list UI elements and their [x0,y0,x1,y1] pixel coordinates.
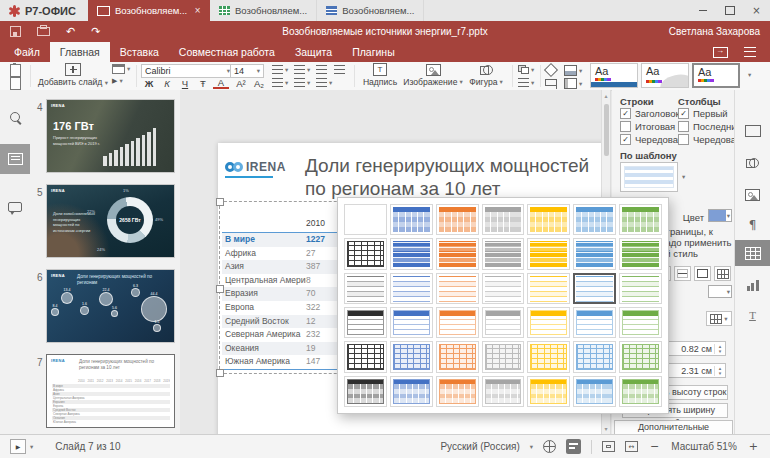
slide-title[interactable]: Доли генерирующих мощностей по регионам … [305,154,597,200]
checkbox-total-row[interactable]: ✓ Итоговая [620,121,675,132]
horizontal-align-button[interactable]: ▾ [272,78,288,87]
start-slideshow-button[interactable]: ▶ ▾ [112,77,123,85]
shape-settings-tab[interactable] [735,150,770,176]
checkbox-header-row[interactable]: ✓ Заголовок [620,108,680,119]
table-style-header_grid-col3[interactable] [482,376,525,407]
italic-button[interactable]: К [159,77,175,89]
line-spacing-button[interactable]: ▾ [316,78,332,87]
table-style-solid-col4[interactable] [527,238,570,269]
table-style-grid-col0[interactable] [344,341,387,372]
table-style-light_lines-col4[interactable] [527,273,570,304]
fit-slide-icon[interactable] [602,441,615,452]
table-style-header_lines-col3[interactable] [482,307,525,338]
table-style-solid-col2[interactable] [436,238,479,269]
table-style-light_lines-col0[interactable] [344,273,387,304]
add-slide-button[interactable]: Добавить слайд ▾ [36,63,110,87]
table-style-solid-col1[interactable] [390,238,433,269]
decrease-indent-button[interactable] [316,65,327,74]
start-slideshow-status-button[interactable]: ▶ [10,439,26,454]
increase-indent-button[interactable] [334,65,345,74]
spinner-down-icon[interactable]: ▾ [719,349,722,354]
table-style-grid-col3[interactable] [482,341,525,372]
chart-settings-tab[interactable] [735,272,770,298]
zoom-level[interactable]: Масштаб 51% [671,441,737,452]
theme-preview-3-selected[interactable]: Aa [692,63,740,88]
scroll-down-icon[interactable]: ▾ [602,425,610,432]
table-style-header_banded-col4[interactable] [527,204,570,235]
table-style-grid-col4[interactable] [527,341,570,372]
fit-width-icon[interactable]: ↔ [625,441,638,452]
table-style-header_grid-col4[interactable] [527,376,570,407]
table-style-header_grid-col0[interactable] [344,376,387,407]
checkbox-first-column[interactable]: ✓ Первый [678,108,728,119]
scroll-up-icon[interactable]: ▴ [602,92,610,99]
table-style-grid-col2[interactable] [436,341,479,372]
slide-thumbnail-7-selected[interactable]: IRENA Доли генерирующих мощностей по рег… [47,355,174,427]
close-tab-icon[interactable]: × [194,7,201,15]
copy-button[interactable] [10,77,21,90]
table-style-grid-col5[interactable] [573,341,616,372]
app-logo[interactable]: Р7-ОФИС [0,0,88,21]
paragraph-settings-tab[interactable]: ¶ [735,212,770,238]
copy-style-button[interactable] [545,79,557,86]
doc-tab-presentation[interactable]: Возобновляем... × [88,0,210,21]
table-style-light_lines-col2[interactable] [436,273,479,304]
slide-thumbnail-4[interactable]: IRENA 176 ГВт Прирост генерирующих мощно… [47,100,174,172]
table-style-header_lines-col5[interactable] [573,307,616,338]
themes-gallery-expand-button[interactable]: ▾ [748,72,751,78]
table-style-header_lines-col2[interactable] [436,307,479,338]
arrange-shape-button[interactable]: ▾ [518,65,534,74]
selection-handle[interactable] [216,369,224,377]
table-style-header_lines-col6[interactable] [619,307,662,338]
shape-fill-button[interactable]: ▾ [564,65,582,76]
insert-shape-button[interactable]: Фигура▾ [464,63,508,87]
search-button[interactable] [0,102,30,132]
font-color-button[interactable]: А [213,77,229,89]
table-style-header_banded-col2[interactable] [436,204,479,235]
table-style-header_banded-col3[interactable] [482,204,525,235]
redo-icon[interactable]: ↷ [91,21,100,42]
open-file-location-icon[interactable] [713,47,728,58]
slide-settings-tab[interactable] [735,118,770,144]
document-language-icon[interactable] [543,440,556,453]
table-style-header_banded-col0[interactable] [344,204,387,235]
table-style-header_grid-col6[interactable] [619,376,662,407]
table-style-solid-col3[interactable] [482,238,525,269]
font-size-combo[interactable]: 14 ▾ [230,64,264,78]
table-style-header_lines-col1[interactable] [390,307,433,338]
underline-button[interactable]: Ч [177,77,193,89]
zoom-in-button[interactable]: + [747,440,760,453]
theme-preview-2[interactable]: Aa [641,63,689,88]
border-preset-all-button[interactable] [714,266,731,281]
view-settings-icon[interactable] [744,47,756,57]
change-layout-button[interactable]: ▾ [112,64,130,74]
tab-plugins[interactable]: Плагины [342,42,405,62]
border-preset-outer-button[interactable] [694,266,711,281]
close-window-button[interactable]: × [743,0,770,21]
table-style-header_banded-col1[interactable] [390,204,433,235]
border-preset-horizontal-button[interactable] [674,266,691,281]
tab-protection[interactable]: Защита [285,42,342,62]
scrollbar-thumb[interactable] [604,104,609,156]
minimize-button[interactable] [689,0,716,21]
subscript-button[interactable]: А₂ [251,77,267,89]
theme-preview-1[interactable]: Aa [590,63,638,88]
table-style-header_banded-col5[interactable] [573,204,616,235]
vertical-align-button[interactable]: ▾ [294,78,310,87]
chevron-down-icon[interactable]: ▾ [30,444,33,450]
slides-panel-button[interactable] [0,144,30,174]
table-style-grid-col1[interactable] [390,341,433,372]
borders-style-dropdown[interactable]: ▾ [706,311,732,326]
language-selector[interactable]: Русский (Россия) [440,441,519,452]
doc-tab-document[interactable]: Возобновляем... [317,0,424,21]
bullet-list-button[interactable]: ▾ [272,65,288,74]
table-style-light_lines-col3[interactable] [482,273,525,304]
zoom-out-button[interactable]: − [648,440,661,453]
table-style-header_grid-col5[interactable] [573,376,616,407]
save-icon[interactable] [10,26,21,37]
numbered-list-button[interactable]: ▾ [294,65,310,74]
tab-home[interactable]: Главная [50,42,110,62]
tab-insert[interactable]: Вставка [110,42,169,62]
table-style-header_grid-col2[interactable] [436,376,479,407]
table-style-light_lines-col6[interactable] [619,273,662,304]
